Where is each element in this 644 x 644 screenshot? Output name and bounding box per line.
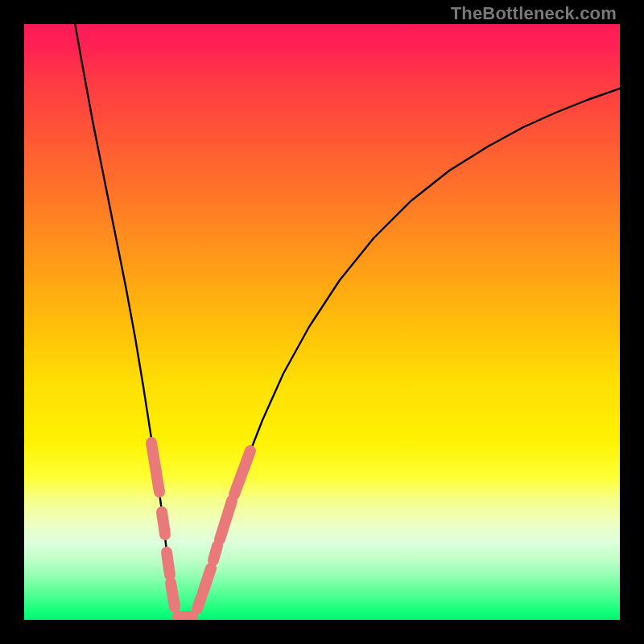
plot-area bbox=[24, 24, 620, 620]
bead-segment bbox=[167, 552, 170, 575]
bead-segment bbox=[213, 546, 217, 560]
bead-segment bbox=[203, 568, 211, 592]
bead-segment bbox=[162, 512, 165, 535]
outer-frame: TheBottleneck.com bbox=[0, 0, 644, 644]
bead-segment bbox=[151, 443, 159, 492]
gradient-background bbox=[24, 24, 620, 620]
bead-segment bbox=[171, 583, 175, 607]
bead-segment bbox=[197, 597, 201, 609]
watermark-text: TheBottleneck.com bbox=[451, 3, 617, 24]
